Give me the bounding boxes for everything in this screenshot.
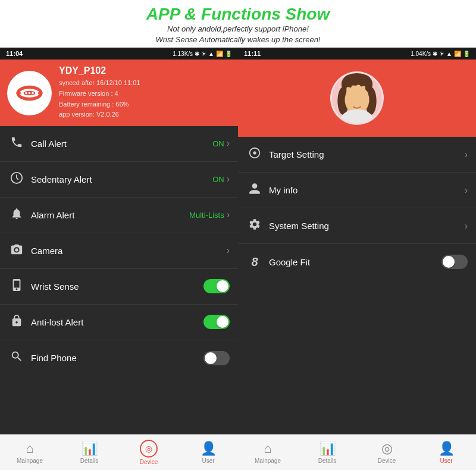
device-name: YDY_P102 xyxy=(59,65,140,76)
svg-point-7 xyxy=(29,92,31,94)
sedentary-alert-label: Sedentary Alert xyxy=(31,174,212,184)
anti-lost-label: Anti-lost Alert xyxy=(31,317,203,327)
right-time: 11:11 xyxy=(244,50,261,57)
band-icon xyxy=(13,77,46,109)
right-tab-user[interactable]: 👤 User xyxy=(416,435,476,470)
user-icon: 👤 xyxy=(201,441,217,456)
call-alert-label: Call Alert xyxy=(31,139,212,149)
call-alert-value: ON xyxy=(212,139,224,148)
right-tab-device[interactable]: ◎ Device xyxy=(357,435,416,470)
my-info-chevron: › xyxy=(465,185,468,196)
anti-lost-toggle[interactable] xyxy=(203,315,230,329)
google-fit-toggle-knob xyxy=(443,256,455,268)
left-time: 11:04 xyxy=(6,50,23,57)
left-tab-mainpage[interactable]: ⌂ Mainpage xyxy=(0,435,60,470)
right-mainpage-label: Mainpage xyxy=(255,458,281,464)
wrist-sense-toggle[interactable] xyxy=(203,279,230,293)
left-tab-bar: ⌂ Mainpage 📊 Details ◎ Device 👤 User xyxy=(0,434,238,470)
right-user-label: User xyxy=(440,458,452,464)
wrist-sense-icon xyxy=(8,278,25,295)
user-avatar xyxy=(330,71,384,125)
svg-rect-23 xyxy=(356,85,361,94)
find-phone-icon xyxy=(8,350,25,366)
svg-point-5 xyxy=(22,92,24,94)
google-fit-icon: 8 xyxy=(246,255,263,269)
camera-icon xyxy=(8,243,25,259)
system-setting-label: System Setting xyxy=(269,221,465,231)
battery-info: Battery remaining : 66% xyxy=(59,99,140,110)
menu-item-find-phone[interactable]: Find Phone xyxy=(0,340,238,376)
app-version-info: app version: V2.0.26 xyxy=(59,109,140,120)
left-tab-details[interactable]: 📊 Details xyxy=(60,435,119,470)
call-alert-chevron: › xyxy=(227,138,230,149)
menu-item-alarm-alert[interactable]: Alarm Alert Multi-Lists › xyxy=(0,198,238,233)
right-menu-list: Target Setting › My info › System Settin… xyxy=(238,137,476,286)
my-info-icon xyxy=(246,182,263,198)
call-alert-icon xyxy=(8,136,25,152)
avatar-svg xyxy=(332,71,382,125)
header-subtitle: Not only andoid,perfectly support iPhone… xyxy=(6,24,470,45)
target-setting-label: Target Setting xyxy=(269,149,465,159)
wrist-sense-toggle-knob xyxy=(217,280,228,292)
svg-rect-3 xyxy=(17,91,21,95)
svg-point-9 xyxy=(35,92,37,94)
menu-item-sedentary-alert[interactable]: Sedentary Alert ON › xyxy=(0,162,238,198)
svg-rect-21 xyxy=(346,87,350,96)
sedentary-alert-chevron: › xyxy=(227,174,230,184)
svg-line-12 xyxy=(17,178,18,180)
menu-item-camera[interactable]: Camera › xyxy=(0,233,238,269)
phones-container: 11:04 1.13K/s ✱ ☀ ▲ 📶 🔋 xyxy=(0,48,476,470)
right-tab-mainpage[interactable]: ⌂ Mainpage xyxy=(238,435,298,470)
left-menu-list: Call Alert ON › Sedentary Alert ON › Ala… xyxy=(0,126,238,435)
menu-item-anti-lost[interactable]: Anti-lost Alert xyxy=(0,305,238,340)
camera-chevron: › xyxy=(227,245,230,256)
right-status-bar: 11:11 1.04K/s ✱ ☀ ▲ 📶 🔋 xyxy=(238,48,476,60)
device-icon: ◎ xyxy=(140,440,158,458)
left-tab-device[interactable]: ◎ Device xyxy=(119,435,178,470)
svg-point-8 xyxy=(32,92,34,94)
details-label: Details xyxy=(80,458,99,464)
wrist-sense-label: Wrist Sense xyxy=(31,281,203,292)
menu-item-call-alert[interactable]: Call Alert ON › xyxy=(0,126,238,162)
right-user-icon: 👤 xyxy=(439,441,455,456)
header-area: APP & Functions Show Not only andoid,per… xyxy=(0,0,476,48)
user-label: User xyxy=(202,458,214,464)
menu-item-system-setting[interactable]: System Setting › xyxy=(238,208,476,244)
menu-item-target-setting[interactable]: Target Setting › xyxy=(238,137,476,173)
mainpage-icon: ⌂ xyxy=(26,441,33,456)
right-spacer xyxy=(238,286,476,434)
menu-item-my-info[interactable]: My info › xyxy=(238,173,476,208)
right-tab-details[interactable]: 📊 Details xyxy=(298,435,357,470)
svg-rect-4 xyxy=(38,91,42,95)
right-device-label: Device xyxy=(378,458,396,464)
menu-item-wrist-sense[interactable]: Wrist Sense xyxy=(0,269,238,305)
details-icon: 📊 xyxy=(82,441,98,456)
find-phone-toggle[interactable] xyxy=(203,351,230,365)
my-info-label: My info xyxy=(269,185,465,195)
device-icon-circle xyxy=(7,71,52,115)
svg-rect-24 xyxy=(361,86,365,94)
find-phone-label: Find Phone xyxy=(31,353,203,363)
system-setting-icon xyxy=(246,218,263,234)
svg-point-13 xyxy=(15,248,18,252)
left-phone: 11:04 1.13K/s ✱ ☀ ▲ 📶 🔋 xyxy=(0,48,238,470)
alarm-alert-icon xyxy=(8,207,25,223)
menu-item-google-fit[interactable]: 8 Google Fit xyxy=(238,244,476,280)
left-tab-user[interactable]: 👤 User xyxy=(178,435,238,470)
google-fit-toggle[interactable] xyxy=(441,255,468,269)
system-setting-chevron: › xyxy=(465,221,468,231)
left-status-bar: 11:04 1.13K/s ✱ ☀ ▲ 📶 🔋 xyxy=(0,48,238,60)
target-setting-icon xyxy=(246,146,263,162)
device-info: YDY_P102 synced after 16/12/10 11:01 Fir… xyxy=(59,65,140,120)
firmware-info: Firmware version : 4 xyxy=(59,89,140,99)
alarm-alert-label: Alarm Alert xyxy=(31,210,189,220)
svg-point-6 xyxy=(25,92,27,94)
alarm-alert-value: Multi-Lists xyxy=(189,211,224,220)
right-tab-bar: ⌂ Mainpage 📊 Details ◎ Device 👤 User xyxy=(238,434,476,470)
svg-rect-22 xyxy=(352,86,356,95)
device-label: Device xyxy=(140,459,158,465)
mainpage-label: Mainpage xyxy=(17,458,43,464)
alarm-alert-chevron: › xyxy=(227,209,230,220)
page-title: APP & Functions Show xyxy=(6,5,470,24)
google-fit-label: Google Fit xyxy=(269,257,441,267)
